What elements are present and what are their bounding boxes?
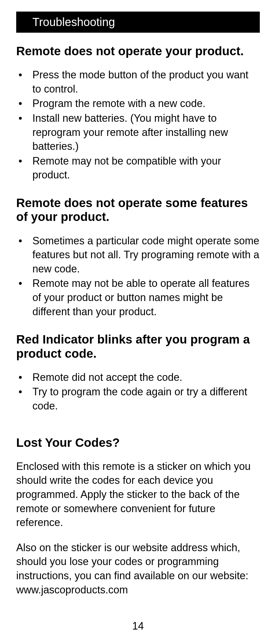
page-number: 14 [16,620,260,632]
list-item: Sometimes a particular code might operat… [16,234,260,276]
list-item: Install new batteries. (You might have t… [16,111,260,154]
section1-heading: Remote does not operate your product. [16,44,260,58]
section4-paragraph-1: Enclosed with this remote is a sticker o… [16,460,260,530]
section4-paragraph-2: Also on the sticker is our website addre… [16,541,260,597]
list-item: Remote may not be compatible with your p… [16,154,260,182]
list-item: Press the mode button of the product you… [16,68,260,96]
list-item: Remote may not be able to operate all fe… [16,276,260,319]
section3-heading: Red Indicator blinks after you program a… [16,333,260,361]
section-header-title: Troubleshooting [32,16,252,29]
section2-heading: Remote does not operate some features of… [16,196,260,224]
list-item: Remote did not accept the code. [16,370,260,385]
section-header-bar: Troubleshooting [16,12,260,33]
section1-list: Press the mode button of the product you… [16,68,260,182]
list-item: Try to program the code again or try a d… [16,385,260,413]
list-item: Program the remote with a new code. [16,97,260,111]
section3-list: Remote did not accept the code. Try to p… [16,370,260,413]
section4-heading: Lost Your Codes? [16,436,260,450]
section2-list: Sometimes a particular code might operat… [16,234,260,319]
